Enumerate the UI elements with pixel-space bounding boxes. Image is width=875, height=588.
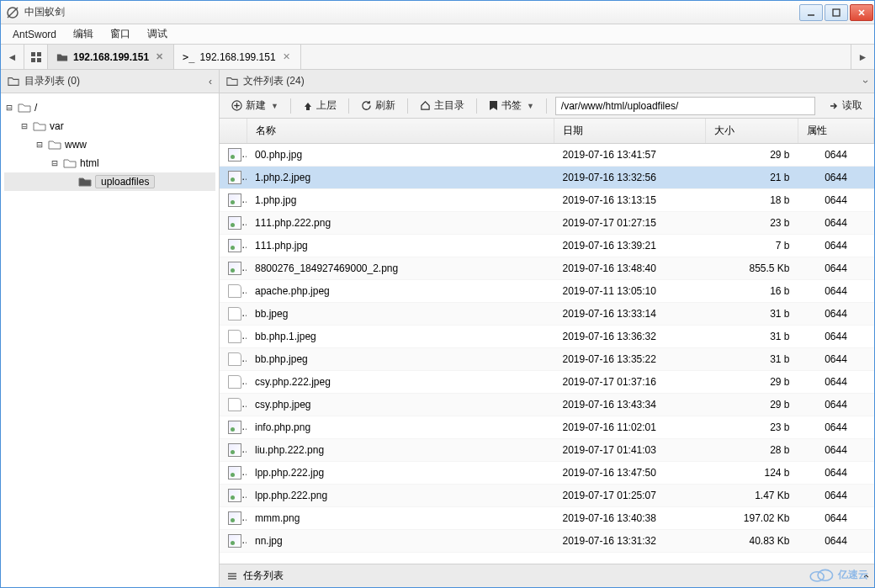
file-name: 1.php.2.jpeg — [247, 167, 554, 189]
bookmark-button[interactable]: 书签 ▼ — [482, 96, 541, 115]
file-date: 2019-07-16 13:48:40 — [554, 257, 706, 280]
col-date-header[interactable]: 日期 — [554, 119, 706, 144]
tree-node-var[interactable]: ⊟var — [4, 117, 215, 135]
collapse-right-icon[interactable]: › — [860, 80, 872, 83]
tab-grid-button[interactable] — [24, 45, 48, 69]
file-row[interactable]: csy.php.222.jpeg2019-07-17 01:37:1629 b0… — [220, 371, 874, 394]
tab-prev-button[interactable]: ◄ — [1, 45, 24, 69]
close-button[interactable] — [850, 4, 873, 21]
file-row[interactable]: lpp.php.222.png2019-07-17 01:25:071.47 K… — [220, 485, 874, 507]
menu-antsword[interactable]: AntSword — [6, 26, 63, 43]
file-row[interactable]: bb.php.1.jpeg2019-07-16 13:36:3231 b0644 — [220, 326, 874, 348]
file-row[interactable]: nn.jpg2019-07-16 13:31:3240.83 Kb0644 — [220, 530, 874, 553]
main-split: 目录列表 (0) ‹ ⊟/⊟var⊟www⊟htmluploadfiles 文件… — [1, 70, 874, 587]
file-date: 2019-07-17 01:37:16 — [554, 371, 706, 394]
folder-open-icon — [63, 156, 77, 170]
tree-node-www[interactable]: ⊟www — [4, 135, 215, 154]
file-size: 31 b — [706, 303, 798, 326]
collapse-left-icon[interactable]: ‹ — [209, 76, 212, 87]
terminal-icon: >_ — [183, 51, 194, 63]
file-img-icon — [228, 262, 241, 275]
tab-close-icon[interactable]: ✕ — [154, 51, 165, 62]
file-row[interactable]: 111.php.jpg2019-07-16 13:39:217 b0644 — [220, 235, 874, 257]
col-perm-header[interactable]: 属性 — [798, 119, 874, 144]
file-table: 名称 日期 大小 属性 00.php.jpg2019-07-16 13:41:5… — [220, 119, 874, 553]
up-button[interactable]: 上层 — [296, 96, 343, 115]
col-icon-header[interactable] — [220, 119, 247, 144]
file-date: 2019-07-16 13:41:57 — [554, 144, 706, 167]
file-size: 16 b — [706, 280, 798, 303]
home-button[interactable]: 主目录 — [413, 96, 471, 115]
directory-panel: 目录列表 (0) ‹ ⊟/⊟var⊟www⊟htmluploadfiles — [1, 70, 220, 587]
directory-tree[interactable]: ⊟/⊟var⊟www⊟htmluploadfiles — [1, 93, 219, 587]
file-perm: 0644 — [798, 462, 874, 485]
refresh-button[interactable]: 刷新 — [354, 96, 402, 115]
app-icon — [6, 6, 19, 19]
file-row[interactable]: 1.php.jpg2019-07-16 13:13:1518 b0644 — [220, 189, 874, 212]
file-size: 23 b — [706, 416, 798, 439]
separator — [348, 98, 349, 114]
read-button[interactable]: 读取 — [822, 96, 869, 115]
tree-label: uploadfiles — [95, 175, 155, 188]
minimize-button[interactable] — [799, 4, 823, 21]
expand-icon[interactable]: ⊟ — [4, 102, 14, 114]
file-perm: 0644 — [798, 189, 874, 212]
new-button[interactable]: 新建 ▼ — [225, 96, 285, 115]
file-date: 2019-07-16 13:33:14 — [554, 303, 706, 326]
expand-icon[interactable]: ⊟ — [34, 139, 45, 151]
file-perm: 0644 — [798, 326, 874, 348]
tab-0[interactable]: 192.168.199.151✕ — [48, 45, 174, 69]
file-row[interactable]: liu.php.222.png2019-07-17 01:41:0328 b06… — [220, 439, 874, 462]
folder-open-icon — [33, 119, 46, 133]
path-input[interactable] — [555, 97, 815, 115]
file-row[interactable]: csy.php.jpeg2019-07-16 13:43:3429 b0644 — [220, 394, 874, 416]
file-size: 31 b — [706, 326, 798, 348]
task-panel-header[interactable]: 任务列表 › — [220, 564, 874, 587]
tree-node-html[interactable]: ⊟html — [4, 154, 215, 172]
expand-task-icon[interactable]: › — [860, 575, 872, 578]
tree-label: / — [34, 102, 37, 114]
file-name: lpp.php.222.jpg — [247, 462, 554, 485]
file-row[interactable]: bb.php.jpeg2019-07-16 13:35:2231 b0644 — [220, 348, 874, 371]
file-img-icon — [228, 534, 241, 548]
file-date: 2019-07-16 13:40:38 — [554, 507, 706, 530]
expand-icon[interactable]: ⊟ — [50, 157, 60, 169]
tree-node-uploadfiles[interactable]: uploadfiles — [4, 172, 215, 191]
file-row[interactable]: 8800276_184927469000_2.png2019-07-16 13:… — [220, 257, 874, 280]
tab-1[interactable]: >_192.168.199.151✕ — [174, 45, 301, 69]
menu-编辑[interactable]: 编辑 — [66, 24, 100, 44]
file-row[interactable]: info.php.png2019-07-16 11:02:0123 b0644 — [220, 416, 874, 439]
file-panel-header: 文件列表 (24) › — [220, 70, 874, 93]
file-panel-title: 文件列表 (24) — [243, 74, 305, 88]
expand-icon[interactable]: ⊟ — [19, 120, 29, 132]
file-name: bb.php.jpeg — [247, 348, 554, 371]
file-name: mmm.png — [247, 507, 554, 530]
col-size-header[interactable]: 大小 — [706, 119, 798, 144]
maximize-button[interactable] — [825, 4, 848, 21]
file-table-wrap[interactable]: 名称 日期 大小 属性 00.php.jpg2019-07-16 13:41:5… — [220, 119, 874, 564]
file-row[interactable]: 111.php.222.png2019-07-17 01:27:1523 b06… — [220, 212, 874, 235]
col-name-header[interactable]: 名称 — [247, 119, 554, 144]
file-perm: 0644 — [798, 144, 874, 167]
file-row[interactable]: lpp.php.222.jpg2019-07-16 13:47:50124 b0… — [220, 462, 874, 485]
menu-窗口[interactable]: 窗口 — [103, 24, 137, 44]
file-row[interactable]: bb.jpeg2019-07-16 13:33:1431 b0644 — [220, 303, 874, 326]
file-img-icon — [228, 511, 241, 525]
new-label: 新建 — [246, 98, 266, 113]
up-label: 上层 — [316, 98, 337, 113]
file-name: bb.jpeg — [247, 303, 554, 326]
file-row[interactable]: 00.php.jpg2019-07-16 13:41:5729 b0644 — [220, 144, 874, 167]
file-img-icon — [228, 421, 241, 434]
file-row[interactable]: mmm.png2019-07-16 13:40:38197.02 Kb0644 — [220, 507, 874, 530]
tree-node-/[interactable]: ⊟/ — [4, 98, 215, 117]
file-date: 2019-07-11 13:05:10 — [554, 280, 706, 303]
file-row[interactable]: 1.php.2.jpeg2019-07-16 13:32:5621 b0644 — [220, 167, 874, 189]
file-img-icon — [228, 443, 241, 457]
file-img-icon — [228, 171, 241, 184]
file-date: 2019-07-16 11:02:01 — [554, 416, 706, 439]
refresh-label: 刷新 — [375, 98, 395, 113]
menu-调试[interactable]: 调试 — [141, 24, 174, 44]
file-row[interactable]: apache.php.jpeg2019-07-11 13:05:1016 b06… — [220, 280, 874, 303]
tab-close-icon[interactable]: ✕ — [281, 51, 292, 62]
tab-next-button[interactable]: ► — [851, 45, 874, 69]
